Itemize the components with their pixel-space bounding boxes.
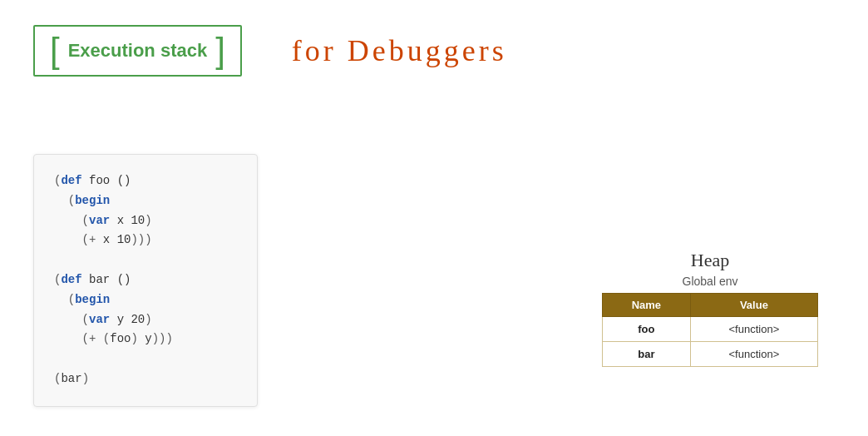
heap-table-body: foo <function> bar <function> — [603, 317, 818, 367]
global-env-label: Global env — [602, 275, 818, 288]
row-foo-value: <function> — [690, 317, 817, 342]
bracket-left-icon: [ — [50, 33, 60, 68]
execution-stack-label: Execution stack — [68, 40, 208, 62]
heap-table: Name Value foo <function> bar <function> — [602, 293, 818, 367]
header: [ Execution stack ] for Debuggers — [0, 0, 868, 93]
code-block: (def foo () (begin (var x 10) (+ x 10)))… — [33, 154, 258, 407]
col-name-header: Name — [603, 294, 691, 317]
heap-table-header: Name Value — [603, 294, 818, 317]
heap-section: Heap Global env Name Value foo <function… — [602, 250, 818, 367]
code-content: (def foo () (begin (var x 10) (+ x 10)))… — [54, 171, 237, 389]
bracket-right-icon: ] — [215, 33, 225, 68]
heap-title: Heap — [602, 250, 818, 271]
execution-stack-box: [ Execution stack ] — [33, 25, 242, 77]
row-bar-value: <function> — [690, 342, 817, 367]
row-bar-name: bar — [603, 342, 691, 367]
table-row: bar <function> — [603, 342, 818, 367]
handwritten-title: for Debuggers — [292, 33, 507, 68]
table-row: foo <function> — [603, 317, 818, 342]
row-foo-name: foo — [603, 317, 691, 342]
col-value-header: Value — [690, 294, 817, 317]
